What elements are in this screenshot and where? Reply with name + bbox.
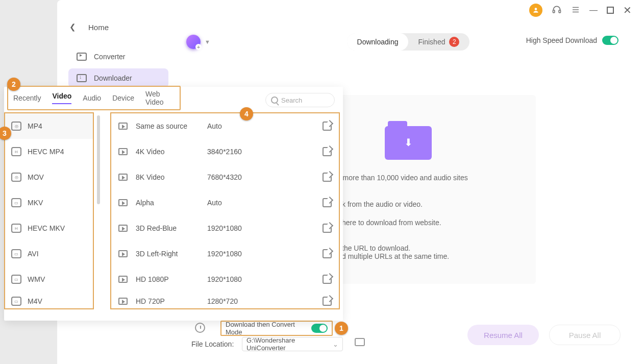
format-mov[interactable]: ◎MOV bbox=[5, 164, 93, 190]
format-icon: ◎ bbox=[11, 173, 21, 182]
resolution-row[interactable]: HD 720P1280*720 bbox=[111, 292, 339, 310]
format-chooser-popup: Recently Video Audio Device Web Video Se… bbox=[4, 87, 343, 321]
maximize-button[interactable] bbox=[607, 7, 614, 14]
empty-line-3b: d multiple URLs at the same time. bbox=[342, 252, 449, 260]
sidebar-label-downloader: Downloader bbox=[94, 74, 132, 82]
resolution-row[interactable]: 4K Video3840*2160 bbox=[111, 139, 339, 164]
segment-downloading[interactable]: Downloading bbox=[347, 33, 408, 51]
resume-all-button[interactable]: Resume All bbox=[467, 325, 539, 345]
tab-audio[interactable]: Audio bbox=[83, 94, 101, 102]
hsdl-toggle[interactable] bbox=[602, 36, 618, 45]
resolution-row[interactable]: HD 1080P1920*1080 bbox=[111, 266, 339, 292]
format-icon: ▭ bbox=[11, 198, 21, 207]
video-icon bbox=[118, 225, 128, 232]
pause-all-button[interactable]: Pause All bbox=[549, 325, 621, 345]
file-location-label: File Location: bbox=[191, 340, 234, 348]
format-wmv[interactable]: ▭WMV bbox=[5, 266, 93, 292]
headset-icon[interactable] bbox=[552, 5, 562, 16]
edit-icon[interactable] bbox=[323, 275, 332, 284]
user-avatar[interactable] bbox=[529, 4, 542, 17]
back-chevron-icon[interactable]: ❮ bbox=[69, 22, 76, 32]
converter-icon bbox=[77, 53, 87, 61]
video-icon bbox=[118, 123, 128, 130]
menu-icon[interactable] bbox=[571, 5, 580, 16]
high-speed-download: High Speed Download bbox=[526, 36, 618, 45]
edit-icon[interactable] bbox=[323, 297, 332, 306]
format-hevc-mp4[interactable]: HHEVC MP4 bbox=[5, 139, 93, 164]
tab-video[interactable]: Video bbox=[52, 92, 71, 104]
video-icon bbox=[118, 276, 128, 283]
tab-recently[interactable]: Recently bbox=[13, 94, 41, 102]
chevron-down-icon: ⌄ bbox=[333, 341, 338, 348]
video-icon bbox=[118, 174, 128, 181]
empty-line-2: here to download from website. bbox=[342, 219, 441, 227]
svg-rect-2 bbox=[559, 10, 560, 12]
svg-rect-1 bbox=[553, 10, 555, 12]
download-folder-illustration: ⬇ bbox=[344, 117, 472, 168]
resolution-row[interactable]: 3D Left-Right1920*1080 bbox=[111, 241, 339, 266]
annotation-1: 1 bbox=[335, 322, 348, 335]
empty-line-1: k from the audio or video. bbox=[342, 200, 423, 208]
search-placeholder: Search bbox=[281, 96, 302, 104]
resolution-row[interactable]: 8K Video7680*4320 bbox=[111, 164, 339, 190]
convert-mode-toggle[interactable] bbox=[311, 324, 328, 333]
open-folder-button[interactable] bbox=[355, 338, 365, 346]
breadcrumb[interactable]: ❮ Home bbox=[69, 22, 109, 32]
video-icon bbox=[118, 250, 128, 257]
sidebar-label-converter: Converter bbox=[94, 53, 125, 61]
file-location-select[interactable]: G:\Wondershare UniConverter ⌄ bbox=[242, 337, 343, 351]
format-icon: ▭ bbox=[11, 275, 21, 284]
schedule-icon[interactable] bbox=[195, 323, 205, 333]
format-scrollbar[interactable] bbox=[97, 115, 100, 204]
edit-icon[interactable] bbox=[323, 122, 332, 131]
download-arrow-icon: ⬇ bbox=[404, 136, 413, 149]
hsdl-label: High Speed Download bbox=[526, 36, 597, 44]
resolution-list-highlight: Same as sourceAuto 4K Video3840*2160 8K … bbox=[110, 112, 340, 309]
paste-url-button[interactable]: + bbox=[186, 35, 201, 49]
convert-mode-label: Download then Convert Mode bbox=[226, 321, 306, 336]
resolution-row[interactable]: 3D Red-Blue1920*1080 bbox=[111, 215, 339, 241]
empty-line-3a: the URL to download. bbox=[342, 244, 410, 252]
format-tabs-highlight: Recently Video Audio Device Web Video bbox=[7, 86, 181, 110]
segment-finished[interactable]: Finished 2 bbox=[408, 33, 469, 51]
tab-web-video[interactable]: Web Video bbox=[145, 90, 175, 106]
sidebar-item-converter[interactable]: Converter bbox=[68, 47, 168, 66]
resolution-row[interactable]: AlphaAuto bbox=[111, 190, 339, 215]
video-icon bbox=[118, 199, 128, 206]
edit-icon[interactable] bbox=[323, 173, 332, 182]
format-mkv[interactable]: ▭MKV bbox=[5, 190, 93, 215]
format-icon: H bbox=[11, 147, 21, 156]
convert-mode-highlight: Download then Convert Mode bbox=[220, 321, 333, 336]
search-icon bbox=[271, 96, 278, 104]
format-icon: ◎ bbox=[11, 122, 21, 131]
finished-count-badge: 2 bbox=[449, 37, 459, 47]
status-segmented: Downloading Finished 2 bbox=[347, 33, 469, 51]
edit-icon[interactable] bbox=[323, 224, 332, 233]
format-mp4[interactable]: ◎MP4 bbox=[5, 113, 93, 139]
edit-icon[interactable] bbox=[323, 198, 332, 207]
svg-point-0 bbox=[535, 8, 537, 10]
minimize-button[interactable]: — bbox=[589, 6, 598, 15]
format-m4v[interactable]: ▭M4V bbox=[5, 292, 93, 310]
format-hevc-mkv[interactable]: HHEVC MKV bbox=[5, 215, 93, 241]
edit-icon[interactable] bbox=[323, 147, 332, 156]
file-location-value: G:\Wondershare UniConverter bbox=[246, 336, 333, 352]
annotation-2: 2 bbox=[7, 78, 20, 91]
format-icon: ▭ bbox=[11, 249, 21, 258]
format-icon: ▭ bbox=[11, 297, 21, 306]
sidebar-item-downloader[interactable]: Downloader bbox=[68, 68, 168, 88]
tab-device[interactable]: Device bbox=[112, 94, 134, 102]
format-avi[interactable]: ▭AVI bbox=[5, 241, 93, 266]
annotation-4: 4 bbox=[240, 107, 253, 120]
downloader-icon bbox=[77, 74, 87, 82]
video-icon bbox=[118, 148, 128, 155]
format-search[interactable]: Search bbox=[265, 93, 335, 107]
paste-url-dropdown[interactable]: ▼ bbox=[205, 39, 210, 45]
resolution-row[interactable]: Same as sourceAuto bbox=[111, 113, 339, 139]
edit-icon[interactable] bbox=[323, 249, 332, 258]
close-button[interactable]: ✕ bbox=[623, 4, 632, 16]
video-icon bbox=[118, 298, 128, 305]
titlebar: — ✕ bbox=[529, 0, 644, 20]
plus-icon: + bbox=[195, 44, 202, 50]
home-label: Home bbox=[88, 23, 109, 32]
